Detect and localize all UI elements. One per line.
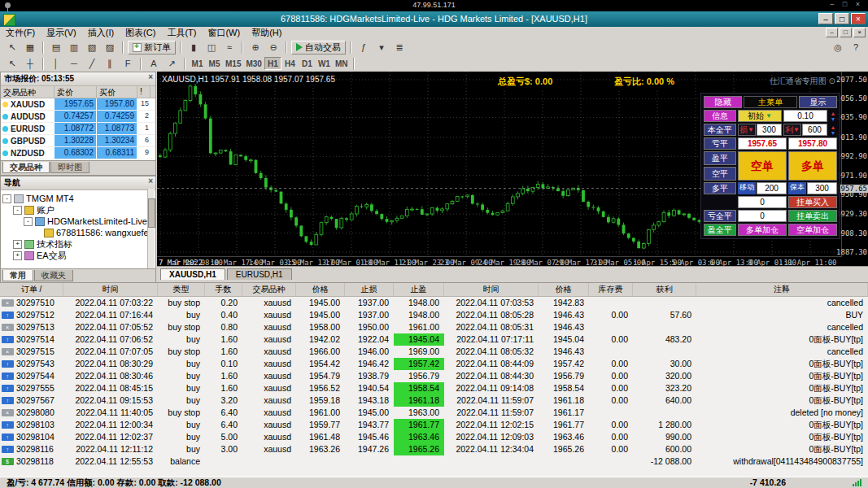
panel-close-all-profit-button[interactable]: 盈全平 (704, 224, 736, 236)
timeframe-M5[interactable]: M5 (206, 57, 223, 70)
chart-tab-EURUSD,H1[interactable]: EURUSD,H1 (227, 268, 292, 280)
market-watch-close-icon[interactable]: × (148, 72, 153, 81)
navigator-icon[interactable]: ▧ (84, 41, 100, 54)
zoom-out-icon[interactable]: ⊖ (265, 41, 281, 54)
add-short-button[interactable]: 空单加仓 (788, 224, 837, 236)
panel-main-menu-button[interactable]: 主菜单 (744, 96, 796, 108)
tree-expand-icon[interactable]: - (2, 194, 11, 203)
terminal-col-订单 /[interactable]: 订单 / (0, 283, 63, 296)
stop-loss-input[interactable]: 300 (757, 124, 782, 136)
terminal-col-止损[interactable]: 止损 (345, 283, 394, 296)
market-watch-row[interactable]: AUDUSD0.742570.742592 (1, 111, 155, 123)
title-bar[interactable]: 678811586: HDGMarketsLimited-Live - HDG … (0, 11, 868, 27)
data-window-icon[interactable]: ▥ (66, 41, 82, 54)
terminal-col-止盈[interactable]: 止盈 (394, 283, 444, 296)
fibonacci-icon[interactable]: F (120, 57, 136, 71)
terminal-col-时间[interactable]: 时间 (63, 283, 158, 296)
panel-close-short-button[interactable]: 空平 (704, 167, 736, 181)
panel-info-button[interactable]: 信息 (704, 110, 736, 122)
order-row[interactable]: ↑302981032022.04.11 12:00:34buy6.40xauus… (0, 419, 868, 431)
menu-H[interactable]: 帮助(H) (246, 27, 287, 39)
terminal-col-手数[interactable]: 手数 (205, 283, 242, 296)
pending-sell-button[interactable]: 挂单卖出 (788, 210, 837, 222)
candlestick-chart-icon[interactable]: ◫ (203, 41, 220, 54)
timeframe-M15[interactable]: M15 (223, 57, 243, 70)
terminal-icon[interactable]: ▨ (102, 41, 118, 54)
panel-close-long-button[interactable]: 多平 (704, 182, 736, 194)
maximize-button[interactable]: □ (835, 13, 849, 24)
line-chart-icon[interactable]: ≈ (221, 41, 238, 54)
new-order-button[interactable]: 新订单 (128, 41, 176, 54)
navigator-tab-收藏夹[interactable]: 收藏夹 (34, 270, 73, 281)
sell-price-field[interactable]: 1957.65 (738, 137, 787, 150)
tree-item[interactable]: 678811586: wangxuefei (2, 227, 155, 238)
market-watch-row[interactable]: EURUSD1.087721.087731 (1, 123, 155, 135)
lot-down-button[interactable]: ▼ (829, 116, 837, 122)
market-watch-tab-即时图[interactable]: 即时图 (50, 162, 89, 173)
market-watch-header[interactable]: 市场报价: 05:13:55 × (1, 72, 155, 86)
templates-dropdown-icon[interactable]: ≣ (391, 41, 408, 54)
order-row[interactable]: ↑302975122022.04.11 07:16:44buy0.40xauus… (0, 309, 868, 321)
crosshair-icon[interactable]: ┼ (22, 57, 38, 71)
buy-price-field[interactable]: 1957.80 (788, 137, 837, 150)
sltp-up-button[interactable]: ▲ (829, 124, 837, 130)
chart-area[interactable]: 2077.502056.502035.902013.901992.901971.… (157, 72, 868, 268)
indicators-icon[interactable]: ƒ (355, 41, 372, 54)
terminal-col-价格[interactable]: 价格 (296, 283, 345, 296)
timeframe-H4[interactable]: H4 (281, 57, 299, 70)
tree-item[interactable]: -账户 (2, 204, 155, 216)
order-row[interactable]: ↑302975432022.04.11 08:30:29buy0.10xauus… (0, 358, 868, 370)
order-row[interactable]: ×302975132022.04.11 07:05:52buy stop0.80… (0, 321, 868, 333)
order-row[interactable]: ↑302975552022.04.11 08:45:15buy1.60xauus… (0, 382, 868, 394)
terminal-col-时间[interactable]: 时间 (444, 283, 539, 296)
market-watch-row[interactable]: XAUUSD1957.651957.8015 (1, 98, 155, 111)
child-close-button[interactable]: × (853, 28, 866, 37)
channel-icon[interactable]: ∥ (102, 57, 118, 71)
tree-item[interactable]: -HDGMarketsLimited-Live (2, 216, 155, 227)
sell-order-button[interactable]: 空单 (738, 151, 787, 181)
hline-icon[interactable]: ─ (66, 57, 82, 71)
order-row[interactable]: ×302975152022.04.11 07:07:05buy stop1.60… (0, 346, 868, 358)
add-long-button[interactable]: 多单加仓 (738, 224, 787, 236)
menu-I[interactable]: 插入(I) (82, 27, 120, 39)
lot-up-button[interactable]: ▲ (829, 111, 837, 116)
pending-buy-button[interactable]: 挂单买入 (788, 196, 837, 208)
panel-show-button[interactable]: 显示 (799, 96, 837, 108)
periods-dropdown-icon[interactable]: ▾ (373, 41, 390, 54)
terminal-col-注释[interactable]: 注释 (696, 283, 868, 296)
navigator-tab-常用[interactable]: 常用 (2, 270, 33, 281)
terminal-col-类型[interactable]: 类型 (158, 283, 205, 296)
bar-chart-icon[interactable]: ▮ (185, 41, 202, 54)
close-button[interactable]: × (851, 13, 866, 24)
menu-F[interactable]: 文件(F) (0, 27, 41, 39)
autotrading-button[interactable]: 自动交易 (291, 41, 346, 54)
help-icon[interactable]: ? (848, 41, 864, 54)
timeframe-D1[interactable]: D1 (299, 57, 316, 70)
order-row[interactable]: ↑302975442022.04.11 08:30:46buy1.60xauus… (0, 370, 868, 382)
menu-T[interactable]: 工具(T) (161, 27, 202, 39)
navigator-close-icon[interactable]: × (148, 176, 153, 185)
timeframe-M30[interactable]: M30 (243, 57, 264, 70)
menu-C[interactable]: 图表(C) (120, 27, 161, 39)
timeframe-W1[interactable]: W1 (316, 57, 333, 70)
timeframe-M1[interactable]: M1 (189, 57, 206, 70)
navigator-header[interactable]: 导航 × (1, 176, 155, 190)
pending-sell-qty-input[interactable]: 0 (738, 210, 787, 222)
chart-window-icon[interactable]: ▦ (22, 41, 38, 54)
terminal-col-库存费[interactable]: 库存费 (589, 283, 633, 296)
panel-close-profit-button[interactable]: 盈平 (704, 151, 736, 165)
terminal-col-交易品种[interactable]: 交易品种 (242, 283, 296, 296)
child-minimize-button[interactable]: – (826, 28, 838, 37)
rdp-window-buttons[interactable]: – □ × (830, 0, 863, 8)
tree-item[interactable]: -TMGM MT4 (2, 193, 155, 204)
market-watch-row[interactable]: GBPUSD1.302281.302346 (1, 135, 155, 147)
market-watch-row[interactable]: NZDUSD0.683020.683119 (1, 147, 155, 159)
menu-V[interactable]: 显示(V) (41, 27, 82, 39)
cursor-icon[interactable]: ↖ (4, 57, 20, 71)
tree-expand-icon[interactable]: + (13, 251, 22, 260)
trendline-icon[interactable]: ╱ (84, 57, 100, 71)
panel-initial-dropdown[interactable]: 初始▼ (738, 110, 782, 122)
trailing-stop-input[interactable]: 200 (757, 182, 787, 194)
search-icon[interactable]: ◎ (830, 41, 846, 54)
navigator-scrollbar[interactable] (147, 189, 155, 269)
